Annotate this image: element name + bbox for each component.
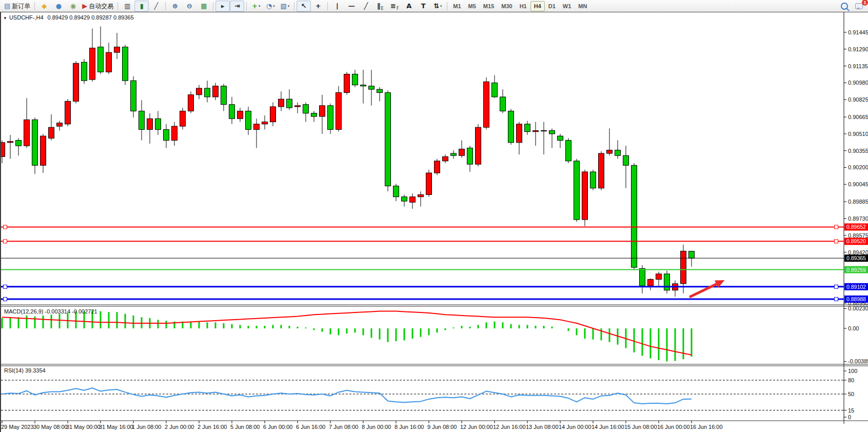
- text-icon: A: [406, 1, 411, 11]
- line-chart-mode-button[interactable]: ╱: [149, 1, 163, 12]
- text-button[interactable]: A: [402, 1, 416, 12]
- line-handle[interactable]: [835, 285, 838, 288]
- signals-icon-icon: ◉: [70, 1, 76, 11]
- signals-icon[interactable]: ◉: [66, 1, 80, 12]
- history-icon[interactable]: ◆: [37, 1, 51, 12]
- chart-shift-button[interactable]: ⇥: [230, 1, 244, 12]
- candle-body: [311, 113, 317, 116]
- auto-trading-button[interactable]: ▶自动交易: [80, 1, 115, 12]
- svg-text:12 Jun 16:00: 12 Jun 16:00: [493, 424, 526, 430]
- candle-body: [377, 89, 383, 92]
- fibonacci-button[interactable]: ≡F: [387, 1, 402, 12]
- candle-body: [566, 141, 571, 161]
- periods-button[interactable]: ◔▾: [263, 1, 278, 12]
- candle-body: [632, 165, 637, 267]
- svg-text:0.90200: 0.90200: [848, 164, 868, 170]
- bar-chart-icon: ▥: [124, 1, 130, 11]
- candle-body: [32, 120, 38, 165]
- candle-body: [131, 81, 136, 111]
- bar-chart-mode-button[interactable]: ▥: [120, 1, 134, 12]
- svg-text:0.89730: 0.89730: [848, 215, 868, 222]
- timeframe-M15-button[interactable]: M15: [480, 1, 498, 11]
- line-handle[interactable]: [835, 225, 838, 229]
- chart-canvas[interactable]: 0.914450.912900.911350.909800.908250.906…: [0, 0, 868, 432]
- candle-body: [24, 120, 30, 146]
- template-icon: ▧: [280, 1, 286, 11]
- tile-windows-button[interactable]: ▦: [196, 1, 211, 12]
- candle-body: [492, 83, 498, 97]
- toolbar-separator: [294, 2, 294, 10]
- trend-arrow[interactable]: [689, 280, 725, 297]
- zoom-out-button[interactable]: ⊖: [182, 1, 196, 12]
- line-handle[interactable]: [4, 225, 7, 229]
- cursor-icon: ↖: [301, 1, 307, 11]
- candle-body: [8, 142, 13, 143]
- dropdown-arrow-icon: ▾: [259, 1, 261, 11]
- candle-body: [254, 124, 260, 130]
- candle-body: [361, 85, 366, 86]
- publisher-icon[interactable]: ●: [51, 1, 66, 12]
- zoom-in-button[interactable]: ⊕: [168, 1, 182, 12]
- new-order-button-label: 新订单: [12, 1, 30, 11]
- dropdown-arrow-icon: ▾: [440, 1, 442, 11]
- svg-text:0.89520: 0.89520: [846, 238, 866, 244]
- line-handle[interactable]: [835, 297, 838, 301]
- candle-body: [500, 97, 506, 111]
- candlestick-mode-button[interactable]: ▮: [134, 1, 149, 12]
- timeframe-W1-button[interactable]: W1: [559, 1, 575, 11]
- candle-body: [369, 86, 374, 89]
- candlestick-icon: ▮: [140, 1, 144, 11]
- candle-body: [328, 106, 333, 130]
- candle-body: [188, 95, 194, 111]
- timeframe-H1-button[interactable]: H1: [516, 1, 530, 11]
- svg-text:6 Jun 16:00: 6 Jun 16:00: [296, 424, 326, 430]
- svg-text:0.89102: 0.89102: [846, 284, 866, 290]
- candle-body: [41, 136, 46, 165]
- timeframe-H4-button[interactable]: H4: [530, 1, 545, 11]
- indicators-button[interactable]: +▾: [249, 1, 263, 12]
- ohlc-values: 0.89429 0.89429 0.89287 0.89365: [48, 14, 134, 21]
- chevron-down-icon[interactable]: ▼: [3, 16, 7, 21]
- toolbar: ▤新订单◆●◉▶自动交易▥▮╱⊕⊖▦▸⇥+▾◔▾▧▾↖+|—╱∥E≡FAT⇅▾M…: [0, 0, 868, 12]
- candle-body: [648, 279, 654, 286]
- svg-text:16 Jun 16:00: 16 Jun 16:00: [690, 424, 723, 430]
- timeframe-M5-button[interactable]: M5: [465, 1, 480, 11]
- timeframe-M30-button[interactable]: M30: [498, 1, 516, 11]
- text-label-button[interactable]: T: [416, 1, 430, 12]
- timeframe-D1-button[interactable]: D1: [545, 1, 559, 11]
- svg-text:5 Jun 08:00: 5 Jun 08:00: [230, 424, 260, 430]
- new-order-button[interactable]: ▤新订单: [2, 1, 32, 12]
- line-handle[interactable]: [4, 297, 7, 301]
- svg-text:9 Jun 08:00: 9 Jun 08:00: [427, 424, 457, 430]
- candle-body: [640, 268, 645, 286]
- line-handle[interactable]: [4, 285, 7, 288]
- svg-text:50: 50: [848, 391, 854, 397]
- vertical-line-button[interactable]: |: [330, 1, 344, 12]
- channel-button[interactable]: ∥E: [373, 1, 387, 12]
- templates-button[interactable]: ▧▾: [278, 1, 292, 12]
- toolbar-separator: [447, 2, 447, 10]
- notifications-button[interactable]: 1: [852, 1, 866, 12]
- fibonacci-icon: ≡: [390, 1, 396, 11]
- svg-text:0.91445: 0.91445: [848, 29, 868, 35]
- candle-body: [336, 92, 342, 129]
- search-button[interactable]: [837, 1, 852, 12]
- trendline-button[interactable]: ╱: [359, 1, 373, 12]
- timeframe-M1-button[interactable]: M1: [449, 1, 464, 11]
- auto-scroll-button[interactable]: ▸: [215, 1, 230, 12]
- timeframe-MN-button[interactable]: MN: [575, 1, 590, 11]
- arrow-objects-button[interactable]: ⇅▾: [430, 1, 445, 12]
- svg-text:31 May 16:00: 31 May 16:00: [99, 424, 133, 430]
- time-axis: 29 May 202330 May 08:0031 May 00:0031 Ma…: [1, 421, 723, 430]
- svg-text:31 May 00:00: 31 May 00:00: [66, 424, 101, 430]
- candle-body: [410, 197, 416, 203]
- svg-text:30 May 08:00: 30 May 08:00: [33, 424, 68, 430]
- search-icon: [841, 3, 848, 10]
- auto-trading-icon: ▶: [82, 1, 87, 11]
- cursor-button[interactable]: ↖: [297, 1, 311, 12]
- line-handle[interactable]: [835, 240, 838, 243]
- crosshair-button[interactable]: +: [311, 1, 325, 12]
- candle-body: [590, 172, 596, 188]
- horizontal-line-button[interactable]: —: [344, 1, 359, 12]
- line-handle[interactable]: [4, 240, 7, 243]
